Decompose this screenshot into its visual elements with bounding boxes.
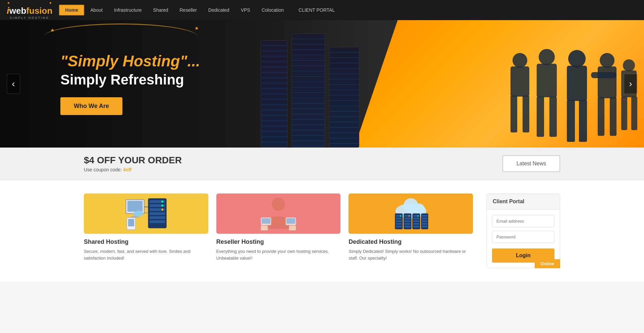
svg-rect-62 bbox=[405, 218, 411, 219]
nav-link-colocation[interactable]: Colocation bbox=[256, 5, 289, 15]
svg-point-36 bbox=[161, 209, 163, 211]
nav-link-client-portal[interactable]: CLIENT PORTAL bbox=[293, 5, 340, 15]
hero-arc-decoration bbox=[44, 23, 198, 50]
sidebar: Client Portal Login Online bbox=[486, 193, 560, 268]
hosting-cards-list: Shared Hosting Secure, modern, fast, and… bbox=[84, 193, 473, 261]
svg-rect-2 bbox=[511, 96, 517, 132]
svg-rect-20 bbox=[631, 97, 637, 130]
hero-tagline: "Simply Hosting"... bbox=[60, 53, 200, 70]
promo-offer: $4 OFF YOUR ORDER Use coupon code: 4off bbox=[84, 155, 182, 172]
nav-link-about[interactable]: About bbox=[85, 5, 108, 15]
svg-rect-74 bbox=[422, 218, 427, 219]
svg-rect-48 bbox=[261, 226, 268, 230]
navigation: ★ ★ i web fusion SIMPLY HOSTING Home Abo… bbox=[0, 0, 644, 20]
svg-rect-5 bbox=[537, 64, 557, 97]
logo-web: web bbox=[9, 6, 26, 16]
password-field[interactable] bbox=[492, 231, 554, 243]
hero-content: "Simply Hosting"... Simply Refreshing Wh… bbox=[0, 53, 207, 115]
svg-rect-49 bbox=[289, 226, 296, 230]
svg-rect-59 bbox=[396, 226, 402, 227]
svg-rect-68 bbox=[413, 218, 419, 219]
svg-point-4 bbox=[539, 49, 555, 65]
latest-news-button[interactable]: Latest News bbox=[502, 155, 560, 172]
svg-rect-31 bbox=[150, 212, 165, 215]
svg-point-8 bbox=[568, 50, 586, 67]
dedicated-hosting-desc: Simply Dedicated! Simply works! No outso… bbox=[348, 248, 473, 261]
dedicated-hosting-title: Dedicated Hosting bbox=[348, 238, 473, 245]
logo-star-1: ★ bbox=[7, 1, 10, 5]
svg-rect-63 bbox=[405, 220, 411, 222]
svg-rect-70 bbox=[413, 223, 419, 225]
nav-link-home[interactable]: Home bbox=[59, 5, 84, 15]
client-portal-header: Client Portal bbox=[487, 194, 560, 210]
svg-point-17 bbox=[623, 59, 635, 71]
svg-rect-47 bbox=[286, 218, 295, 224]
promo-bar: $4 OFF YOUR ORDER Use coupon code: 4off … bbox=[0, 148, 644, 180]
client-portal-box: Client Portal Login bbox=[486, 193, 560, 268]
svg-rect-15 bbox=[598, 97, 604, 136]
svg-rect-64 bbox=[405, 223, 411, 225]
svg-point-79 bbox=[409, 215, 410, 217]
shared-hosting-image bbox=[84, 193, 208, 234]
svg-point-34 bbox=[161, 201, 163, 203]
svg-rect-58 bbox=[396, 223, 402, 225]
logo-fusion: fusion bbox=[26, 6, 52, 16]
nav-link-infrastructure[interactable]: Infrastructure bbox=[109, 5, 147, 15]
svg-point-12 bbox=[600, 53, 614, 68]
svg-point-35 bbox=[161, 205, 163, 207]
svg-rect-10 bbox=[567, 100, 575, 142]
hero-section: ★ ★ "Simply Hosting"... Simply Refreshin… bbox=[0, 20, 644, 148]
svg-rect-3 bbox=[523, 96, 529, 132]
svg-point-43 bbox=[272, 198, 285, 211]
hero-subtitle: Simply Refreshing bbox=[60, 72, 200, 88]
nav-links: Home About Infrastructure Shared Reselle… bbox=[59, 5, 637, 15]
hero-cta-button[interactable]: Who We Are bbox=[60, 97, 122, 115]
svg-rect-69 bbox=[413, 220, 419, 222]
svg-rect-14 bbox=[591, 72, 616, 78]
logo-tagline: SIMPLY HOSTING bbox=[10, 16, 49, 19]
promo-code: 4off bbox=[123, 167, 132, 172]
svg-rect-7 bbox=[549, 97, 557, 137]
svg-rect-57 bbox=[396, 220, 402, 222]
svg-rect-22 bbox=[127, 201, 143, 212]
email-field[interactable] bbox=[492, 215, 554, 227]
hosting-cards-section: Shared Hosting Secure, modern, fast, and… bbox=[84, 193, 473, 268]
nav-link-reseller[interactable]: Reseller bbox=[174, 5, 202, 15]
reseller-hosting-desc: Everything you need to provide your own … bbox=[216, 248, 341, 261]
server-rack-3 bbox=[329, 47, 359, 148]
hero-silhouettes bbox=[374, 20, 644, 148]
reseller-hosting-card: Reseller Hosting Everything you need to … bbox=[216, 193, 341, 261]
svg-rect-1 bbox=[511, 66, 529, 97]
hero-servers-illustration bbox=[246, 27, 374, 148]
logo[interactable]: ★ ★ i web fusion SIMPLY HOSTING bbox=[7, 1, 52, 19]
reseller-hosting-title: Reseller Hosting bbox=[216, 238, 341, 245]
svg-rect-9 bbox=[567, 66, 587, 101]
promo-sub: Use coupon code: 4off bbox=[84, 167, 182, 172]
svg-rect-65 bbox=[405, 226, 411, 227]
server-rack-1 bbox=[261, 40, 287, 148]
main-content: Shared Hosting Secure, modern, fast, and… bbox=[0, 180, 644, 282]
svg-rect-73 bbox=[422, 215, 427, 217]
hero-next-button[interactable]: › bbox=[624, 74, 637, 94]
hero-star-left: ★ bbox=[50, 27, 55, 33]
nav-link-dedicated[interactable]: Dedicated bbox=[203, 5, 235, 15]
svg-point-78 bbox=[400, 215, 401, 217]
svg-rect-56 bbox=[396, 218, 402, 219]
online-badge: Online bbox=[535, 259, 560, 268]
svg-rect-76 bbox=[422, 223, 427, 225]
shared-hosting-card: Shared Hosting Secure, modern, fast, and… bbox=[84, 193, 208, 261]
hero-prev-button[interactable]: ‹ bbox=[7, 74, 20, 94]
dedicated-hosting-image bbox=[348, 193, 473, 234]
svg-rect-13 bbox=[598, 66, 616, 98]
shared-hosting-desc: Secure, modern, fast, and served with lo… bbox=[84, 248, 208, 261]
svg-rect-45 bbox=[262, 218, 270, 224]
svg-rect-75 bbox=[422, 220, 427, 222]
reseller-hosting-image bbox=[216, 193, 341, 234]
svg-rect-19 bbox=[621, 97, 627, 130]
svg-rect-26 bbox=[128, 219, 134, 226]
nav-link-shared[interactable]: Shared bbox=[148, 5, 173, 15]
promo-headline: $4 OFF YOUR ORDER bbox=[84, 155, 182, 166]
nav-link-vps[interactable]: VPS bbox=[235, 5, 256, 15]
svg-rect-32 bbox=[150, 216, 165, 219]
dedicated-hosting-card: Dedicated Hosting Simply Dedicated! Simp… bbox=[348, 193, 473, 261]
